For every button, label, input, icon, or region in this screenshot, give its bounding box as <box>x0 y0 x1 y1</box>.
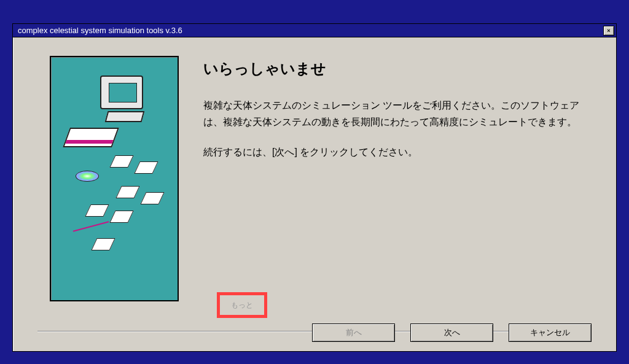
close-icon[interactable]: × <box>603 26 614 36</box>
button-row: 前へ 次へ キャンセル <box>312 323 592 342</box>
paper-icon <box>109 211 133 223</box>
highlight-box: もっと <box>217 292 267 318</box>
paper-icon <box>115 186 139 198</box>
wizard-illustration <box>50 56 179 301</box>
paper-icon <box>134 161 158 174</box>
box-icon <box>63 128 119 147</box>
wizard-heading: いらっしゃいませ <box>203 59 592 79</box>
pen-icon <box>73 221 109 231</box>
back-button[interactable]: 前へ <box>312 323 395 342</box>
next-button[interactable]: 次へ <box>410 323 493 342</box>
content-area: いらっしゃいませ 複雑な天体システムのシミュレーション ツールをご利用ください。… <box>13 37 616 308</box>
installer-window: complex celestial system simulation tool… <box>12 23 617 352</box>
wizard-paragraph-2: 続行するには、[次へ] をクリックしてください。 <box>203 144 592 160</box>
paper-icon <box>140 192 164 204</box>
wizard-paragraph-1: 複雑な天体システムのシミュレーション ツールをご利用ください。このソフトウェアは… <box>203 97 592 130</box>
paper-icon <box>91 238 115 250</box>
cd-icon <box>76 171 99 182</box>
more-button[interactable]: もっと <box>220 295 264 315</box>
monitor-icon <box>100 76 143 109</box>
monitor-base-icon <box>105 111 145 122</box>
cancel-button[interactable]: キャンセル <box>509 323 592 342</box>
window-title: complex celestial system simulation tool… <box>18 24 182 37</box>
paper-icon <box>85 204 109 217</box>
text-panel: いらっしゃいませ 複雑な天体システムのシミュレーション ツールをご利用ください。… <box>179 56 592 301</box>
paper-icon <box>109 155 133 168</box>
titlebar[interactable]: complex celestial system simulation tool… <box>13 24 616 37</box>
